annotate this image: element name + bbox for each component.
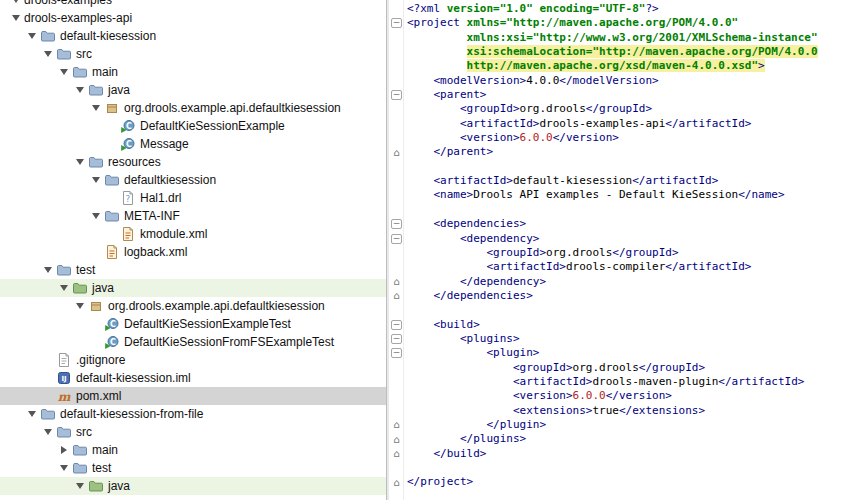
fold-open-icon[interactable]: − <box>391 348 402 358</box>
code-segment <box>407 275 460 288</box>
code-segment <box>407 31 467 44</box>
code-segment: <groupId> <box>513 361 573 374</box>
chevron-down-icon[interactable] <box>56 460 72 476</box>
chevron-down-icon[interactable] <box>72 82 88 98</box>
code-line: http://maven.apache.org/xsd/maven-4.0.0.… <box>407 59 818 73</box>
tree-row[interactable]: test <box>0 459 386 477</box>
tree-row[interactable]: mpom.xml <box>0 387 386 405</box>
code-segment: <build> <box>434 318 480 331</box>
tree-row[interactable]: IJdefault-kiesession.iml <box>0 369 386 387</box>
code-segment <box>407 418 486 431</box>
tree-row[interactable]: org.drools.example.api.defaultkiesession <box>0 297 386 315</box>
tree-row[interactable]: .gitignore <box>0 351 386 369</box>
svg-text:IJ: IJ <box>61 375 66 383</box>
tree-row[interactable]: drools-examples-api <box>0 9 386 27</box>
code-line: <name>Drools API examples - Default KieS… <box>407 188 818 202</box>
project-tree: drools-examplesdrools-examples-apidefaul… <box>0 0 386 495</box>
tree-item-label: pom.xml <box>76 389 127 403</box>
chevron-down-icon[interactable] <box>8 10 24 26</box>
tree-item-label: org.drools.example.api.defaultkiesession <box>108 299 331 313</box>
tree-row[interactable]: defaultkiesession <box>0 171 386 189</box>
chevron-down-icon[interactable] <box>72 154 88 170</box>
tree-row[interactable]: test <box>0 261 386 279</box>
chevron-down-icon[interactable] <box>24 28 40 44</box>
fold-close-icon[interactable]: ⌂ <box>391 148 402 158</box>
fold-close-icon[interactable]: ⌂ <box>391 277 402 287</box>
tree-row[interactable]: src <box>0 45 386 63</box>
fold-open-icon[interactable]: − <box>391 320 402 330</box>
tree-item-label: org.drools.example.api.defaultkiesession <box>124 101 347 115</box>
code-segment <box>407 346 486 359</box>
svg-text:C: C <box>110 320 116 329</box>
tree-row[interactable]: ?Hal1.drl <box>0 189 386 207</box>
fold-open-icon[interactable]: − <box>391 219 402 229</box>
code-segment: </parent> <box>434 145 494 158</box>
code-line: <build> <box>407 318 818 332</box>
project-tree-panel[interactable]: drools-examplesdrools-examples-apidefaul… <box>0 0 386 500</box>
fold-open-icon[interactable]: − <box>391 334 402 344</box>
chevron-down-icon[interactable] <box>40 46 56 62</box>
code-line: </plugins> <box>407 432 818 446</box>
folder-test-icon <box>72 280 88 296</box>
tree-row[interactable]: org.drools.example.api.defaultkiesession <box>0 99 386 117</box>
fold-open-icon[interactable]: − <box>391 90 402 100</box>
tree-row[interactable]: drools-examples <box>0 0 386 9</box>
tree-row[interactable]: main <box>0 441 386 459</box>
chevron-down-icon[interactable] <box>88 172 104 188</box>
chevron-down-icon[interactable] <box>72 298 88 314</box>
code-segment: <parent> <box>434 88 487 101</box>
tree-row[interactable]: CMessage <box>0 135 386 153</box>
chevron-placeholder <box>104 226 120 242</box>
tree-row[interactable]: META-INF <box>0 207 386 225</box>
chevron-down-icon[interactable] <box>56 64 72 80</box>
chevron-down-icon[interactable] <box>8 0 24 8</box>
chevron-right-icon[interactable] <box>56 442 72 458</box>
fold-close-icon[interactable]: ⌂ <box>391 478 402 488</box>
chevron-down-icon[interactable] <box>88 100 104 116</box>
code-segment: <artifactId> <box>513 375 592 388</box>
tree-row[interactable]: java <box>0 477 386 495</box>
tree-row[interactable]: main <box>0 63 386 81</box>
code-segment <box>407 217 434 230</box>
tree-row[interactable]: CDefaultKieSessionFromFSExampleTest <box>0 333 386 351</box>
chevron-down-icon[interactable] <box>24 406 40 422</box>
chevron-down-icon[interactable] <box>56 280 72 296</box>
tree-row[interactable]: CDefaultKieSessionExample <box>0 117 386 135</box>
tree-item-label: drools-examples-api <box>24 11 138 25</box>
code-segment: 4.0.0 <box>526 74 559 87</box>
code-segment <box>407 117 460 130</box>
tree-row[interactable]: CDefaultKieSessionExampleTest <box>0 315 386 333</box>
code-segment: </artifactId> <box>718 375 804 388</box>
code-segment: xmlns:xsi="http://www.w3.org/2001/XMLSch… <box>467 31 818 44</box>
code-line <box>407 461 818 475</box>
code-segment <box>407 447 434 460</box>
fold-open-icon[interactable]: − <box>391 18 402 28</box>
fold-close-icon[interactable]: ⌂ <box>391 420 402 430</box>
chevron-down-icon[interactable] <box>72 478 88 494</box>
tree-item-label: DefaultKieSessionExampleTest <box>124 317 297 331</box>
tree-row[interactable]: logback.xml <box>0 243 386 261</box>
code-line: <version>6.0.0</version> <box>407 389 818 403</box>
code-segment: <artifactId> <box>486 260 565 273</box>
tree-row[interactable]: kmodule.xml <box>0 225 386 243</box>
chevron-down-icon[interactable] <box>40 262 56 278</box>
code-segment: </groupId> <box>586 102 652 115</box>
fold-open-icon[interactable]: − <box>391 234 402 244</box>
tree-row[interactable]: default-kiesession-from-file <box>0 405 386 423</box>
code-editor[interactable]: <?xml version="1.0" encoding="UTF-8"?><p… <box>407 2 818 490</box>
fold-close-icon[interactable]: ⌂ <box>391 449 402 459</box>
chevron-down-icon[interactable] <box>88 208 104 224</box>
tree-row[interactable]: resources <box>0 153 386 171</box>
code-segment: </extensions> <box>619 404 705 417</box>
fold-close-icon[interactable]: ⌂ <box>391 435 402 445</box>
tree-row[interactable]: java <box>0 279 386 297</box>
folder-icon <box>56 262 72 278</box>
tree-item-label: default-kiesession.iml <box>76 371 197 385</box>
tree-row[interactable]: default-kiesession <box>0 27 386 45</box>
tree-item-label: DefaultKieSessionExample <box>140 119 291 133</box>
fold-close-icon[interactable]: ⌂ <box>391 291 402 301</box>
tree-row[interactable]: src <box>0 423 386 441</box>
chevron-down-icon[interactable] <box>40 424 56 440</box>
chevron-placeholder <box>104 118 120 134</box>
tree-row[interactable]: java <box>0 81 386 99</box>
